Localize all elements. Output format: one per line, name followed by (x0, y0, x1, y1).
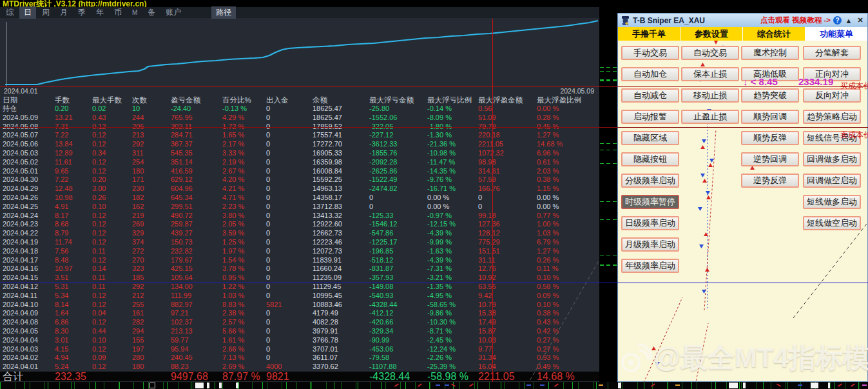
tab-功能菜单[interactable]: 功能菜单 (805, 27, 867, 41)
cell: 2.03 % (535, 167, 598, 176)
cell: 2.05 % (221, 220, 265, 229)
menu-item-日[interactable]: 日 (19, 6, 36, 19)
table-row[interactable]: 2024.04.153.510.11185105.640.95 %011235.… (1, 274, 598, 283)
table-row[interactable]: 2024.04.307.220.20171629.124.20 %015592.… (1, 175, 598, 185)
cell: 51.09 (477, 114, 535, 123)
table-row[interactable]: 2024.04.2610.980.26182645.344.71 %014358… (1, 194, 598, 203)
table-row[interactable]: 2024.05.0211.610.12254351.142.19 %016359… (1, 158, 598, 167)
table-row[interactable]: 2024.04.058.300.44294213.135.66 %03979.9… (1, 327, 598, 336)
table-row[interactable]: 2024.04.187.560.11272232.821.97 %012072.… (1, 247, 598, 256)
help-icon[interactable]: ? (833, 16, 842, 25)
panel-button-止盈止损[interactable]: 止盈止损 (681, 110, 739, 124)
table-row[interactable]: 2024.05.077.220.12213284.711.65 %017557.… (1, 131, 598, 140)
tab-手撸千单[interactable]: 手撸千单 (618, 27, 680, 41)
panel-button-手动交易[interactable]: 手动交易 (621, 46, 679, 60)
panel-button-顺势回调[interactable]: 顺势回调 (741, 110, 799, 124)
table-row[interactable]: 2024.04.248.170.12219490.723.80 %013413.… (1, 212, 598, 221)
table-row[interactable]: 2024.04.015.240.1218088.232.69 %40003370… (1, 363, 598, 372)
strip-block (618, 383, 621, 388)
panel-button-年级频率启动[interactable]: 年级频率启动 (621, 259, 679, 273)
tab-综合统计[interactable]: 综合统计 (743, 27, 805, 41)
table-row[interactable]: 2024.04.024.940.09280240.457.13 %03611.0… (1, 354, 598, 363)
panel-button-回调做多启动[interactable]: 回调做多启动 (803, 152, 861, 166)
cell: 17.49 (477, 318, 535, 327)
cell: -8.71 % (426, 327, 477, 336)
menu-item-综[interactable]: 综 (1, 6, 18, 19)
panel-button-隐藏区域[interactable]: 隐藏区域 (621, 131, 679, 145)
totals-row[interactable]: 合计232.359497.6887.97 %9821-4328.44-58.98… (0, 372, 599, 381)
panel-button-逆势回调[interactable]: 逆势回调 (741, 152, 799, 166)
table-row[interactable]: 2024.04.1911.740.12374150.731.25 %012223… (1, 238, 598, 247)
panel-button-保本止损[interactable]: 保本止损 (681, 67, 739, 81)
table-row[interactable]: 2024.05.0613.840.12292367.372.17 %017272… (1, 140, 598, 149)
strip-block (207, 383, 209, 388)
menu-item-周[interactable]: 周 (37, 6, 54, 19)
cell: 4.21 % (221, 185, 265, 194)
cell: 0.20 (53, 105, 91, 114)
table-row[interactable]: 2024.04.034.150.1219795.942.66 %03707.01… (1, 345, 598, 354)
cell: -58.98 % (426, 372, 477, 381)
cell: 88.23 (169, 363, 221, 372)
table-row[interactable]: 持仓0.200.0210-24.40-0.13 %018625.47-25.80… (1, 105, 598, 114)
menu-item-path[interactable]: 路径 (211, 6, 236, 19)
cell: -196.85 (368, 247, 426, 256)
panel-button-自动减仓[interactable]: 自动减仓 (621, 88, 679, 103)
panel-button-顺势反弹[interactable]: 顺势反弹 (741, 131, 799, 145)
panel-button-魔术控制[interactable]: 魔术控制 (741, 46, 799, 60)
panel-button-自动交易[interactable]: 自动交易 (681, 46, 739, 60)
table-row[interactable]: 2024.04.115.340.12212111.991.03 %010995.… (1, 292, 598, 301)
table-row[interactable]: 2024.04.228.790.12329439.273.59 %012662.… (1, 229, 598, 238)
panel-button-趋势突破[interactable]: 趋势突破 (741, 88, 799, 103)
menu-item-年[interactable]: 年 (92, 6, 108, 19)
table-row[interactable]: 2024.05.0312.890.34311545.353.33 %016905… (1, 149, 598, 158)
table-row[interactable]: 2024.04.254.910.10162299.512.23 %013712.… (1, 203, 598, 212)
cell: 0.43 (91, 114, 131, 123)
panel-button-时级频率暂停[interactable]: 时级频率暂停 (621, 195, 679, 209)
menu-item-备[interactable]: 备 (143, 6, 160, 19)
menu-item-账户[interactable]: 账户 (161, 6, 186, 19)
table-row[interactable]: 2024.04.125.310.11292134.001.22 %011129.… (1, 283, 598, 292)
panel-button-趋势策略启动[interactable]: 趋势策略启动 (803, 110, 861, 124)
cell: -357.93 (368, 274, 426, 283)
table-row[interactable]: 2024.04.2912.483.00230604.964.21 %014963… (1, 185, 598, 194)
cell: 1.25 % (221, 238, 265, 247)
panel-button-分级频率启动[interactable]: 分级频率启动 (621, 174, 679, 188)
panel-button-逆势反弹[interactable]: 逆势反弹 (741, 174, 799, 188)
cell: 0 (477, 203, 535, 212)
panel-button-隐藏按钮[interactable]: 隐藏按钮 (621, 152, 679, 166)
table-row[interactable]: 2024.04.108.140.12255882.978.83 %5821108… (1, 301, 598, 310)
row-date: 2024.04.02 (1, 354, 53, 363)
close-icon[interactable]: ✕ (856, 16, 865, 25)
panel-button-短线做多启动[interactable]: 短线做多启动 (803, 195, 861, 209)
panel-button-月级频率启动[interactable]: 月级频率启动 (621, 237, 679, 252)
cell: 8.48 (53, 256, 91, 265)
table-row[interactable]: 2024.04.091.640.0416197.212.38 %04179.49… (1, 309, 598, 318)
menu-item-币[interactable]: 币 (110, 6, 126, 19)
table-row[interactable]: 2024.05.0913.210.43244765.954.29 %018625… (1, 114, 598, 123)
table-body: 持仓0.200.0210-24.40-0.13 %018625.47-25.80… (1, 105, 598, 372)
panel-button-自动加仓[interactable]: 自动加仓 (621, 67, 679, 81)
video-tutorial-link[interactable]: 点击观看 视频教程 -> (760, 15, 831, 25)
panel-button-启动报警[interactable]: 启动报警 (621, 110, 679, 124)
table-row[interactable]: 2024.05.019.650.12180416.592.67 %016008.… (1, 167, 598, 176)
table-row[interactable]: 2024.04.238.680.12269259.872.05 %012922.… (1, 220, 598, 229)
panel-button-回调做空启动[interactable]: 回调做空启动 (803, 174, 861, 188)
cell: 1.61 % (221, 336, 265, 345)
table-row[interactable]: 2024.04.086.860.12282102.372.57 %04082.2… (1, 318, 598, 327)
panel-button-短线做空启动[interactable]: 短线做空启动 (803, 216, 861, 230)
table-row[interactable]: 2024.04.043.010.1015559.771.61 %03766.78… (1, 336, 598, 345)
menu-item-季[interactable]: 季 (73, 6, 90, 19)
ea-title-bar[interactable]: T-B Sniper EA_XAU 点击观看 视频教程 -> ? ▲ ✕ (618, 14, 867, 27)
table-row[interactable]: 2024.04.178.480.12270179.671.54 %011839.… (1, 256, 598, 265)
cell: 98.98 (477, 158, 535, 167)
tab-参数设置[interactable]: 参数设置 (680, 27, 742, 41)
collapse-icon[interactable]: ▲ (844, 17, 853, 25)
panel-button-移动止损[interactable]: 移动止损 (681, 88, 739, 103)
cell: 232.82 (169, 247, 221, 256)
panel-button-分笔解套[interactable]: 分笔解套 (803, 46, 861, 60)
panel-button-日级频率启动[interactable]: 日级频率启动 (621, 216, 679, 230)
menu-item-月[interactable]: 月 (55, 6, 72, 19)
table-row[interactable]: 2024.04.1610.970.14323425.153.78 %011660… (1, 264, 598, 274)
cell: 0 (265, 238, 311, 247)
menu-item-M[interactable]: M (128, 8, 142, 17)
